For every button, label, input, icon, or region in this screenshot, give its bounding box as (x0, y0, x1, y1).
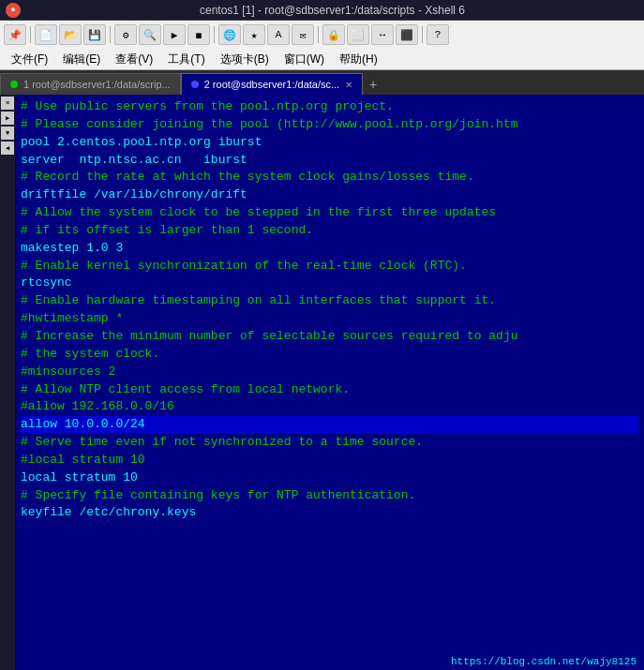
title-text: centos1 [1] - root@sdbserver1:/data/scri… (26, 4, 638, 17)
toolbar-area: 📌 📄 📂 💾 ⚙ 🔍 ▶ ◼ 🌐 ★ A ✉ 🔒 ⬜ ↔ ⬛ ? 文件(F) … (0, 21, 644, 70)
terminal-line: # Allow NTP client access from local net… (21, 381, 638, 399)
toolbar-btn-3[interactable]: ▶ (163, 24, 186, 45)
terminal-line: keyfile /etc/chrony.keys (21, 504, 638, 522)
terminal-line: allow 10.0.0.0/24 (21, 416, 638, 434)
menu-edit[interactable]: 编辑(E) (55, 50, 108, 68)
menu-tabs[interactable]: 选项卡(B) (213, 50, 277, 68)
title-bar: ● centos1 [1] - root@sdbserver1:/data/sc… (0, 0, 644, 21)
sidebar-icon-4[interactable]: ◀ (1, 141, 14, 155)
terminal-line: pool 2.centos.pool.ntp.org iburst (21, 134, 638, 152)
terminal-line: local stratum 10 (21, 469, 638, 487)
toolbar-btn-help[interactable]: ? (427, 24, 449, 45)
terminal-line: # Use public servers from the pool.ntp.o… (21, 98, 638, 116)
main-area: ≡ ▶ ▼ ◀ # Use public servers from the po… (0, 95, 644, 670)
tab-2[interactable]: 2 root@sdbserver1:/data/sc... ✕ (181, 73, 363, 95)
terminal-line: # Allow the system clock to be stepped i… (21, 204, 638, 222)
toolbar-btn-10[interactable]: ⬜ (347, 24, 369, 45)
tab-1-label: 1 root@sdbserver1:/data/scrip... (23, 79, 171, 90)
tabs-bar: 1 root@sdbserver1:/data/scrip... 2 root@… (0, 70, 644, 95)
toolbar-btn-5[interactable]: 🌐 (218, 24, 241, 45)
toolbar-btn-12[interactable]: ⬛ (396, 24, 418, 45)
left-sidebar: ≡ ▶ ▼ ◀ (0, 95, 15, 670)
sidebar-icon-1[interactable]: ≡ (1, 97, 14, 110)
menu-file[interactable]: 文件(F) (4, 50, 55, 68)
menu-view[interactable]: 查看(V) (108, 50, 160, 68)
toolbar-btn-8[interactable]: ✉ (292, 24, 314, 45)
tab-2-label: 2 root@sdbserver1:/data/sc... (204, 79, 339, 90)
app-icon: ● (6, 3, 21, 18)
toolbar-btn-7[interactable]: A (267, 24, 290, 45)
terminal-line: makestep 1.0 3 (21, 240, 638, 258)
menu-window[interactable]: 窗口(W) (277, 50, 332, 68)
toolbar-btn-open[interactable]: 📂 (59, 24, 82, 45)
terminal-line: rtcsync (21, 275, 638, 292)
toolbar-sep-4 (318, 26, 319, 43)
toolbar-btn-new[interactable]: 📄 (35, 24, 57, 45)
terminal-line: #local stratum 10 (21, 452, 638, 469)
toolbar-row: 📌 📄 📂 💾 ⚙ 🔍 ▶ ◼ 🌐 ★ A ✉ 🔒 ⬜ ↔ ⬛ ? (0, 21, 644, 49)
terminal-line: # Record the rate at which the system cl… (21, 169, 638, 186)
toolbar-btn-save[interactable]: 💾 (83, 24, 106, 45)
menu-tools[interactable]: 工具(T) (160, 50, 212, 68)
terminal-line: # Increase the minimum number of selecta… (21, 328, 638, 346)
toolbar-btn-4[interactable]: ◼ (187, 24, 210, 45)
tab-1[interactable]: 1 root@sdbserver1:/data/scrip... (0, 73, 181, 95)
toolbar-btn-9[interactable]: 🔒 (322, 24, 345, 45)
terminal-line: # Enable hardware timestamping on all in… (21, 292, 638, 310)
toolbar-sep-5 (422, 26, 423, 43)
sidebar-icon-3[interactable]: ▼ (1, 127, 14, 140)
terminal-line: #minsources 2 (21, 364, 638, 381)
toolbar-btn-pin[interactable]: 📌 (4, 24, 26, 45)
terminal-line: driftfile /var/lib/chrony/drift (21, 186, 638, 204)
toolbar-sep-1 (30, 26, 31, 43)
terminal-line: server ntp.ntsc.ac.cn iburst (21, 152, 638, 170)
toolbar-btn-1[interactable]: ⚙ (114, 24, 137, 45)
terminal-line: # Enable kernel synchronization of the r… (21, 258, 638, 275)
tab-1-indicator (10, 81, 18, 88)
terminal-line: # Specify file containing keys for NTP a… (21, 487, 638, 505)
terminal-line: # the system clock. (21, 346, 638, 364)
toolbar-btn-2[interactable]: 🔍 (139, 24, 161, 45)
toolbar-btn-6[interactable]: ★ (243, 24, 265, 45)
menu-bar: 文件(F) 编辑(E) 查看(V) 工具(T) 选项卡(B) 窗口(W) 帮助(… (0, 49, 644, 69)
toolbar-sep-3 (214, 26, 215, 43)
terminal-line: #allow 192.168.0.0/16 (21, 398, 638, 416)
tab-add-button[interactable]: + (363, 74, 383, 95)
tab-2-close[interactable]: ✕ (345, 80, 352, 90)
terminal-line: # Please consider joining the pool (http… (21, 116, 638, 134)
status-url: https://blog.csdn.net/wajy8125 (451, 655, 637, 670)
toolbar-btn-11[interactable]: ↔ (371, 24, 394, 45)
terminal-line: #hwtimestamp * (21, 310, 638, 328)
sidebar-icon-2[interactable]: ▶ (1, 112, 14, 125)
terminal-content[interactable]: # Use public servers from the pool.ntp.o… (15, 95, 644, 670)
toolbar-sep-2 (110, 26, 111, 43)
tab-2-indicator (191, 81, 199, 88)
menu-help[interactable]: 帮助(H) (332, 50, 385, 68)
terminal-line: # Serve time even if not synchronized to… (21, 434, 638, 452)
terminal-line: # if its offset is larger than 1 second. (21, 222, 638, 240)
